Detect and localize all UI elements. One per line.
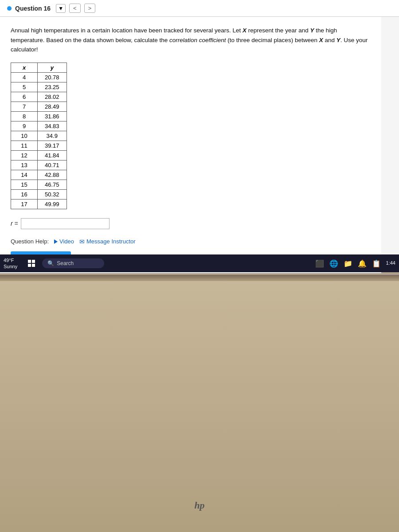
nav-next-button[interactable]: > [84, 4, 96, 13]
app-window: Question 16 ▼ < > Annual high temperatur… [0, 0, 399, 257]
table-cell-x: 5 [11, 82, 38, 92]
play-icon [54, 239, 58, 244]
clock-time: 1:44 [386, 260, 395, 266]
table-row: 1442.88 [11, 170, 67, 180]
table-cell-x: 12 [11, 150, 38, 160]
table-cell-x: 8 [11, 111, 38, 121]
table-cell-y: 34.9 [38, 131, 67, 141]
search-label: Search [57, 260, 74, 266]
table-cell-x: 7 [11, 102, 38, 111]
table-cell-x: 14 [11, 170, 38, 180]
table-cell-y: 50.32 [38, 189, 67, 199]
laptop-body: hp # 3 $ 4 % 5 ^ 6 & 7 [0, 275, 399, 532]
data-table: x y 420.78523.25628.02728.49831.86934.83… [11, 63, 67, 209]
table-cell-x: 13 [11, 160, 38, 170]
message-instructor-label: Message Instructor [86, 238, 136, 245]
hp-logo: hp [186, 492, 213, 519]
laptop-screen: Question 16 ▼ < > Annual high temperatur… [0, 0, 399, 275]
question-text: Annual high temperatures in a certain lo… [11, 26, 371, 55]
col-header-x: x [11, 63, 38, 72]
taskbar-tray: ⬛ 🌐 📁 🔔 📋 1:44 [313, 257, 395, 270]
question-nav-bar: Question 16 ▼ < > [0, 0, 399, 17]
data-table-container: x y 420.78523.25628.02728.49831.86934.83… [11, 63, 371, 209]
table-cell-y: 31.86 [38, 111, 67, 121]
table-row: 934.83 [11, 121, 67, 131]
r-input[interactable] [21, 218, 110, 229]
table-row: 1546.75 [11, 180, 67, 189]
weather-temp: 49°F [4, 257, 17, 263]
table-cell-x: 16 [11, 189, 38, 199]
taskbar-app-icon-2[interactable]: 🌐 [328, 257, 340, 270]
table-row: 420.78 [11, 72, 67, 82]
question-title: Question 16 [15, 5, 51, 12]
table-row: 1034.9 [11, 131, 67, 141]
laptop-hinge [0, 275, 399, 281]
table-cell-y: 42.88 [38, 170, 67, 180]
table-cell-y: 28.49 [38, 102, 67, 111]
col-header-y: y [38, 63, 67, 72]
windows-logo [28, 260, 35, 267]
video-label: Video [59, 238, 74, 245]
table-cell-x: 11 [11, 141, 38, 150]
table-cell-y: 46.75 [38, 180, 67, 189]
table-cell-x: 4 [11, 72, 38, 82]
taskbar-clock: 1:44 [386, 260, 395, 266]
search-icon: 🔍 [47, 260, 54, 266]
taskbar-weather: 49°F Sunny [4, 257, 17, 270]
message-instructor-button[interactable]: ✉ Message Instructor [79, 238, 136, 245]
taskbar: 49°F Sunny 🔍 Search ⬛ 🌐 📁 🔔 📋 1:44 [0, 254, 399, 272]
r-equals-row: r = [11, 218, 371, 229]
taskbar-search-bar[interactable]: 🔍 Search [42, 258, 104, 268]
table-cell-y: 40.71 [38, 160, 67, 170]
weather-condition: Sunny [4, 263, 17, 270]
taskbar-app-icon-1[interactable]: ⬛ [313, 257, 326, 270]
table-row: 1139.17 [11, 141, 67, 150]
mail-icon: ✉ [79, 238, 85, 245]
hp-logo-text: hp [194, 500, 204, 511]
help-label: Question Help: [11, 238, 49, 245]
table-cell-x: 9 [11, 121, 38, 131]
table-row: 1650.32 [11, 189, 67, 199]
table-row: 1340.71 [11, 160, 67, 170]
table-cell-x: 10 [11, 131, 38, 141]
table-row: 831.86 [11, 111, 67, 121]
taskbar-app-icon-3[interactable]: 📁 [342, 257, 354, 270]
table-row: 1749.99 [11, 199, 67, 209]
table-cell-y: 23.25 [38, 82, 67, 92]
table-cell-y: 41.84 [38, 150, 67, 160]
taskbar-app-icon-5[interactable]: 📋 [370, 257, 383, 270]
table-cell-y: 28.02 [38, 92, 67, 102]
start-button[interactable] [23, 256, 39, 270]
table-cell-y: 20.78 [38, 72, 67, 82]
video-help-button[interactable]: Video [54, 238, 74, 245]
table-cell-y: 49.99 [38, 199, 67, 209]
table-row: 1241.84 [11, 150, 67, 160]
question-help-row: Question Help: Video ✉ Message Instructo… [11, 238, 371, 245]
table-cell-y: 39.17 [38, 141, 67, 150]
table-cell-x: 15 [11, 180, 38, 189]
question-indicator [7, 6, 12, 11]
table-cell-x: 17 [11, 199, 38, 209]
table-cell-y: 34.83 [38, 121, 67, 131]
table-row: 628.02 [11, 92, 67, 102]
table-cell-x: 6 [11, 92, 38, 102]
taskbar-app-icon-4[interactable]: 🔔 [356, 257, 368, 270]
nav-prev-button[interactable]: < [69, 4, 81, 13]
question-body: Annual high temperatures in a certain lo… [0, 17, 381, 273]
question-dropdown[interactable]: ▼ [56, 4, 66, 13]
table-row: 523.25 [11, 82, 67, 92]
r-label: r = [11, 220, 18, 227]
table-row: 728.49 [11, 102, 67, 111]
